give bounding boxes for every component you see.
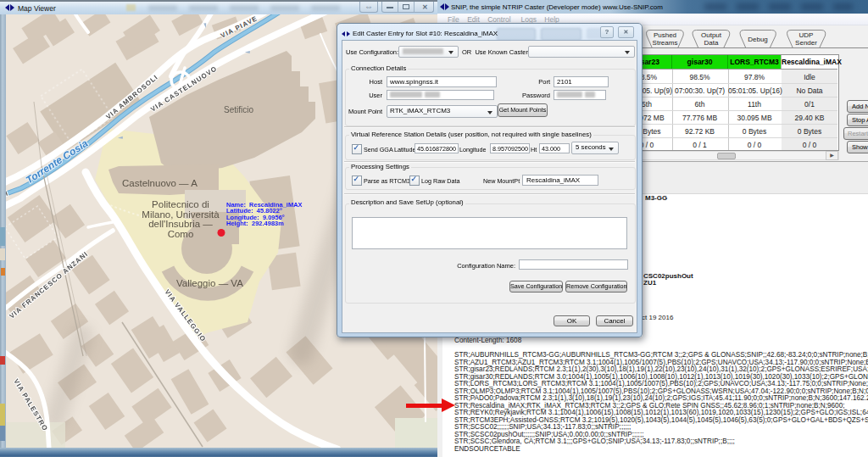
svg-text:Debug: Debug (748, 36, 768, 43)
svg-text:Streams: Streams (653, 39, 678, 47)
svg-text:Castelnuovo — A: Castelnuovo — A (122, 178, 198, 188)
svg-text:dell'Insubria —: dell'Insubria — (148, 219, 213, 229)
svg-text:Sender: Sender (795, 39, 817, 47)
svg-text:Como: Como (168, 229, 194, 239)
svg-text:UDP: UDP (799, 31, 814, 39)
svg-text:Pushed: Pushed (654, 31, 676, 39)
svg-text:Milano, Università: Milano, Università (142, 209, 220, 220)
svg-text:Politecnico di: Politecnico di (152, 199, 209, 209)
svg-text:Output: Output (701, 31, 722, 39)
svg-text:Setificio: Setificio (224, 105, 253, 114)
svg-text:Valleggio — VA: Valleggio — VA (176, 278, 243, 288)
svg-text:Height: 292.4983m: Height: 292.4983m (226, 220, 284, 227)
svg-text:Data: Data (704, 39, 719, 47)
